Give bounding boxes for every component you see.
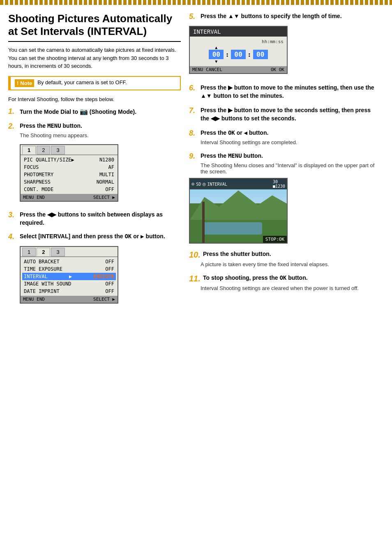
page-title: Shooting Pictures Automatically at Set I… bbox=[8, 12, 181, 42]
time-colon-2: : bbox=[247, 51, 252, 58]
menu-footer-right: SELECT ▶ bbox=[93, 195, 115, 200]
minutes-control: ▲ 00 ▼ bbox=[231, 45, 246, 64]
step-6: 6. Press the ▶ button to move to the min… bbox=[189, 84, 378, 100]
step-5-text: Press the ▲▼ buttons to specify the leng… bbox=[201, 12, 342, 21]
step-4-number: 4. bbox=[8, 233, 18, 241]
menu-row: TIME EXPOSURE OFF bbox=[22, 265, 116, 273]
menu-row: DATE IMPRINT OFF bbox=[22, 288, 116, 295]
count-display: 30 ■1230 bbox=[273, 180, 285, 189]
seconds-control: ▲ 00 ▼ bbox=[253, 45, 268, 64]
time-row: ▲ 00 ▼ : ▲ 00 ▼ : ▲ 00 bbox=[193, 45, 284, 64]
row-value: OFF bbox=[105, 187, 114, 192]
menu-row-interval: INTERVAL ▶ EXECUTE bbox=[22, 273, 116, 280]
menu-footer-right: SELECT ▶ bbox=[93, 297, 115, 302]
menu-footer-2: MENU END SELECT ▶ bbox=[21, 296, 118, 303]
frames-value: ■1230 bbox=[273, 184, 285, 189]
landscape-top-overlay: ⊙ SD ◎ INTERVAL 30 ■1230 bbox=[190, 179, 287, 189]
seconds-value: 00 bbox=[253, 50, 268, 59]
stop-label: STOP:OK bbox=[265, 237, 284, 242]
step-3-number: 3. bbox=[8, 211, 18, 219]
step-4: 4. Select [INTERVAL] and then press the … bbox=[8, 233, 181, 307]
step-7-text: Press the ▶ button to move to the second… bbox=[201, 106, 378, 122]
step-1: 1. Turn the Mode Dial to 📷 (Shooting Mod… bbox=[8, 107, 181, 116]
step-3: 3. Press the ◀▶ buttons to switch betwee… bbox=[8, 211, 181, 227]
hours-control: ▲ 00 ▼ bbox=[209, 45, 224, 64]
row-label: FOCUS bbox=[24, 164, 39, 170]
note-icon: ! Note bbox=[15, 79, 34, 87]
menu-tab-1: 1 bbox=[22, 248, 36, 256]
step-10-subtext: A picture is taken every time the fixed … bbox=[201, 261, 378, 267]
step-11: 11. To stop shooting, press the OK butto… bbox=[189, 274, 378, 291]
step-3-text: Press the ◀▶ buttons to switch between d… bbox=[20, 211, 181, 227]
landscape-screen: ⊙ SD ◎ INTERVAL 30 ■1230 STOP:OK bbox=[189, 178, 288, 244]
menu-row: PIC QUALITY/SIZE▶ N1280 bbox=[22, 156, 116, 164]
step-8-text: Press the OK or ◀ button. bbox=[201, 129, 268, 137]
row-value: OFF bbox=[105, 266, 114, 272]
row-label: AUTO BRACKET bbox=[24, 259, 60, 265]
row-value: EXECUTE bbox=[93, 274, 114, 279]
step-6-number: 6. bbox=[189, 84, 199, 92]
up-arrow-icon: ▲ bbox=[215, 45, 217, 50]
interval-footer: MENU CANCEL OK OK bbox=[190, 66, 287, 73]
menu-row: SHARPNESS NORMAL bbox=[22, 178, 116, 186]
note-text: By default, your camera is set to OFF. bbox=[37, 79, 127, 85]
step-1-number: 1. bbox=[8, 107, 18, 116]
step-11-number: 11. bbox=[189, 274, 201, 283]
step-1-text: Turn the Mode Dial to 📷 (Shooting Mode). bbox=[20, 107, 136, 116]
menu-row: IMAGE WITH SOUND OFF bbox=[22, 280, 116, 288]
menu-row: PHOTOMETRY MULTI bbox=[22, 171, 116, 178]
wifi-icon: ⊙ bbox=[191, 181, 194, 187]
menu-screen-2: 1 2 3 AUTO BRACKET OFF TIME EXPOSURE OFF… bbox=[20, 246, 118, 304]
menu-footer-left: MENU END bbox=[23, 195, 45, 200]
menu-rows-1: PIC QUALITY/SIZE▶ N1280 FOCUS AF PHOTOME… bbox=[21, 155, 118, 194]
exclamation-icon: ! bbox=[17, 80, 18, 86]
step-9-subtext: The Shooting Menu closes and "Interval" … bbox=[201, 162, 378, 175]
menu-screen-1: 1 2 3 PIC QUALITY/SIZE▶ N1280 FOCUS AF P… bbox=[20, 144, 118, 202]
step-5-number: 5. bbox=[189, 12, 199, 21]
row-value: OFF bbox=[105, 259, 114, 265]
step-10-text: Press the shutter button. bbox=[203, 250, 271, 258]
menu-footer-left: MENU END bbox=[23, 297, 45, 302]
minutes-value: 00 bbox=[231, 50, 246, 59]
row-label: CONT. MODE bbox=[24, 187, 53, 192]
row-label: SHARPNESS bbox=[24, 179, 51, 185]
pole-decoration bbox=[202, 202, 205, 243]
menu-tab-3: 3 bbox=[51, 146, 65, 154]
step-8-number: 8. bbox=[189, 129, 199, 138]
menu-tab-2: 2 bbox=[37, 248, 50, 256]
step-2-subtext: The Shooting menu appears. bbox=[20, 132, 181, 138]
step-10-number: 10. bbox=[189, 250, 201, 260]
row-label: TIME EXPOSURE bbox=[24, 266, 62, 272]
interval-footer-left: MENU CANCEL bbox=[192, 67, 222, 72]
note-box: ! Note By default, your camera is set to… bbox=[8, 76, 181, 90]
note-label: Note bbox=[20, 80, 32, 86]
count-value: 30 bbox=[273, 180, 278, 184]
landscape-icons: ⊙ SD ◎ INTERVAL bbox=[191, 180, 227, 189]
step-7: 7. Press the ▶ button to move to the sec… bbox=[189, 106, 378, 122]
step-2-text: Press the MENU button. bbox=[20, 122, 82, 130]
interval-screen-title: INTERVAL bbox=[190, 27, 287, 37]
row-arrow: ▶ bbox=[69, 274, 72, 279]
step-7-number: 7. bbox=[189, 106, 199, 115]
menu-tab-1: 1 bbox=[22, 146, 36, 154]
row-value: NORMAL bbox=[97, 179, 114, 185]
menu-tabs-2: 1 2 3 bbox=[21, 247, 118, 257]
menu-row: CONT. MODE OFF bbox=[22, 186, 116, 193]
menu-tab-2: 2 bbox=[37, 146, 50, 154]
row-value: MULTI bbox=[99, 172, 114, 177]
menu-footer-1: MENU END SELECT ▶ bbox=[21, 194, 118, 201]
step-8: 8. Press the OK or ◀ button. Interval Sh… bbox=[189, 129, 378, 145]
step-2: 2. Press the MENU button. The Shooting m… bbox=[8, 122, 181, 205]
hours-value: 00 bbox=[209, 50, 224, 59]
step-10: 10. Press the shutter button. A picture … bbox=[189, 250, 378, 267]
row-label: PHOTOMETRY bbox=[24, 172, 53, 177]
menu-tabs-1: 1 2 3 bbox=[21, 145, 118, 155]
for-steps-text: For Interval Shooting, follow the steps … bbox=[8, 96, 181, 102]
camera-icon: ◎ bbox=[203, 181, 205, 187]
menu-rows-2: AUTO BRACKET OFF TIME EXPOSURE OFF INTER… bbox=[21, 257, 118, 296]
row-label: DATE IMPRINT bbox=[24, 288, 60, 294]
step-6-text: Press the ▶ button to move to the minute… bbox=[201, 84, 378, 100]
row-value: N1280 bbox=[99, 157, 114, 163]
down-arrow-icon: ▼ bbox=[215, 59, 217, 64]
row-label: PIC QUALITY/SIZE▶ bbox=[24, 157, 74, 163]
